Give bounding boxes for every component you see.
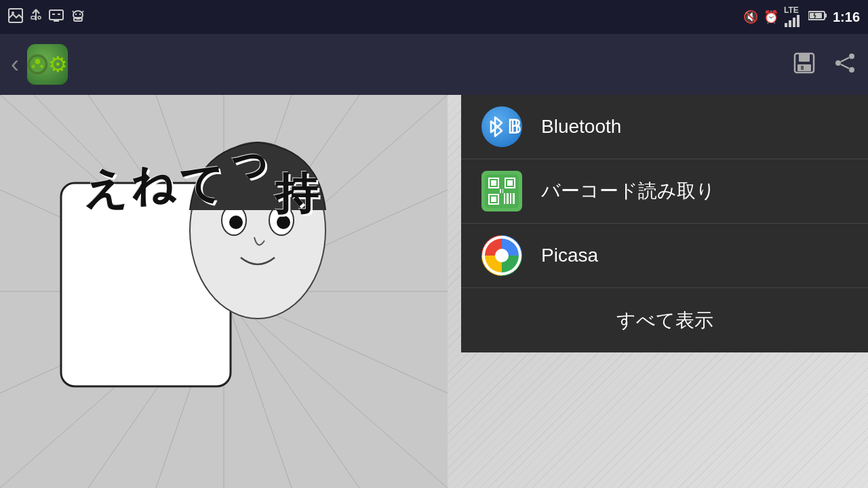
svg-rect-85 [500,189,501,193]
svg-point-69 [277,216,290,229]
svg-point-13 [75,13,77,14]
svg-point-88 [495,249,509,262]
svg-line-40 [841,58,849,62]
usb-icon [30,8,42,26]
barcode-menu-item[interactable]: バーコード読み取り [461,159,868,224]
svg-rect-76 [491,180,496,186]
battery-icon [808,9,827,24]
app-icon [27,44,68,85]
share-menu: Bluetooth [461,95,868,352]
svg-rect-78 [507,180,513,186]
manga-japanese-text: 持ってねえ [81,136,320,192]
svg-rect-5 [31,16,35,19]
app-bar: ‹ [0,34,868,95]
svg-point-68 [229,216,243,229]
svg-rect-80 [491,197,496,202]
svg-rect-20 [793,18,795,27]
barcode-svg [485,174,519,208]
svg-rect-21 [797,15,800,27]
status-icons-right: 🔇 ⏰ LTE 1:16 [743,5,860,29]
show-all-menu-item[interactable]: すべて表示 [461,288,868,352]
picasa-svg [481,235,522,276]
picasa-label: Picasa [541,245,598,266]
svg-rect-36 [801,66,804,70]
svg-point-30 [35,59,40,64]
svg-rect-23 [825,14,827,18]
svg-rect-18 [785,23,787,27]
status-icons-left [8,8,85,26]
screen-icon [49,8,64,26]
svg-point-32 [40,65,43,68]
svg-rect-35 [797,64,811,71]
svg-rect-82 [507,193,509,204]
mute-icon: 🔇 [743,9,758,24]
svg-point-31 [32,65,35,68]
save-button[interactable] [792,51,816,78]
bluetooth-menu-item[interactable]: Bluetooth [461,95,868,159]
svg-point-14 [79,13,81,14]
app-bar-right [792,51,857,78]
show-all-label: すべて表示 [616,308,713,333]
svg-rect-86 [502,189,503,193]
time-display: 1:16 [833,9,860,25]
svg-line-41 [841,64,849,68]
bluetooth-symbol [483,115,507,139]
barcode-label: バーコード読み取り [541,178,715,204]
gallery-icon [8,8,23,26]
svg-point-37 [849,54,854,59]
svg-line-15 [73,11,74,13]
svg-line-16 [82,11,83,13]
main-content: 持ってねえ Bluetooth [0,95,868,488]
android-icon [71,8,85,26]
svg-rect-84 [513,193,515,204]
svg-rect-7 [50,10,63,20]
status-bar: 🔇 ⏰ LTE 1:16 [0,0,868,34]
app-bar-left: ‹ [11,44,68,85]
svg-rect-83 [510,193,511,204]
svg-point-38 [835,60,841,66]
bluetooth-icon [481,106,522,147]
picasa-icon [481,235,522,276]
picasa-menu-item[interactable]: Picasa [461,224,868,288]
share-button[interactable] [833,51,857,78]
svg-point-39 [849,67,854,73]
back-button[interactable]: ‹ [11,50,19,79]
svg-rect-34 [799,54,810,62]
svg-rect-81 [504,193,505,204]
svg-point-6 [38,16,41,19]
svg-rect-19 [789,20,791,27]
alarm-icon: ⏰ [764,9,778,24]
signal-icon: LTE [784,5,803,29]
bluetooth-label: Bluetooth [541,116,621,138]
barcode-icon [481,171,522,211]
